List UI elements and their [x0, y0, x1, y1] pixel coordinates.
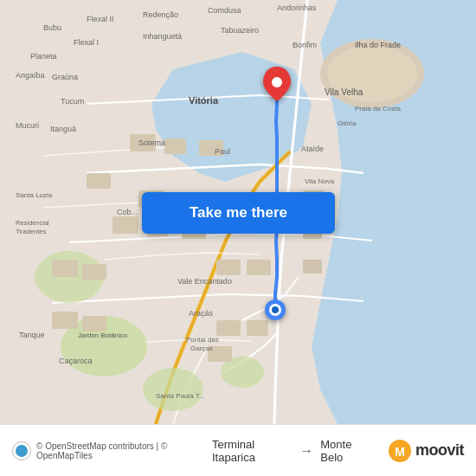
- footer-bar: © OpenStreetMap contributors | © OpenMap…: [0, 424, 476, 476]
- svg-text:Andorinhas: Andorinhas: [277, 3, 317, 12]
- svg-rect-19: [216, 320, 241, 336]
- route-info: Terminal Itaparica → Monte Belo: [196, 438, 388, 464]
- svg-text:Ilha do Frade: Ilha do Frade: [355, 41, 401, 49]
- origin-marker: [265, 299, 286, 320]
- svg-text:Santa Luzia: Santa Luzia: [16, 191, 53, 199]
- svg-text:Comdusa: Comdusa: [208, 6, 241, 15]
- svg-text:Itanguá: Itanguá: [50, 125, 76, 133]
- svg-text:Santa Paula T...: Santa Paula T...: [156, 392, 204, 400]
- svg-point-6: [143, 368, 203, 411]
- svg-text:Ataíde: Ataíde: [301, 145, 324, 153]
- svg-text:Tucum: Tucum: [61, 97, 84, 106]
- svg-text:Tabuazeiro: Tabuazeiro: [221, 26, 259, 35]
- svg-text:Residencial: Residencial: [16, 219, 49, 227]
- svg-text:Tanque: Tanque: [19, 331, 45, 339]
- svg-rect-28: [303, 260, 322, 273]
- svg-rect-13: [87, 173, 111, 189]
- svg-rect-20: [247, 320, 268, 336]
- svg-text:Angaíba: Angaíba: [16, 71, 45, 80]
- svg-rect-25: [82, 316, 106, 331]
- svg-rect-9: [164, 138, 186, 154]
- to-label: Monte Belo: [320, 438, 372, 464]
- map-container: Bubu Flexal II Redenção Comdusa Andorinh…: [0, 0, 476, 424]
- svg-text:Tiradentes: Tiradentes: [16, 228, 46, 235]
- from-label: Terminal Itaparica: [212, 438, 293, 464]
- svg-rect-17: [216, 260, 241, 275]
- moovit-logo: M moovit: [388, 439, 464, 463]
- moovit-icon: M: [388, 439, 412, 463]
- svg-text:Bubu: Bubu: [43, 23, 61, 32]
- svg-rect-23: [82, 264, 106, 280]
- svg-text:M: M: [395, 445, 405, 459]
- svg-text:Inhanguetá: Inhanguetá: [143, 32, 182, 41]
- svg-text:Vila Nova: Vila Nova: [305, 177, 335, 185]
- svg-rect-14: [113, 216, 138, 234]
- svg-point-70: [272, 306, 279, 313]
- svg-text:Graúna: Graúna: [52, 73, 78, 81]
- svg-text:Jardim Botânico: Jardim Botânico: [78, 331, 128, 339]
- svg-text:Flexal I: Flexal I: [74, 38, 99, 47]
- svg-text:Flexal II: Flexal II: [87, 15, 114, 23]
- svg-text:Vila Velha: Vila Velha: [325, 87, 363, 97]
- svg-text:Paul: Paul: [215, 147, 230, 156]
- svg-text:Cob...: Cob...: [117, 208, 138, 216]
- svg-rect-22: [52, 260, 78, 277]
- svg-text:Vale Encantado: Vale Encantado: [177, 277, 232, 286]
- moovit-label: moovit: [415, 441, 464, 460]
- svg-text:Glória: Glória: [338, 119, 357, 127]
- svg-text:Praia da Costa: Praia da Costa: [355, 105, 401, 113]
- svg-rect-18: [247, 260, 271, 275]
- take-me-there-button[interactable]: Take me there: [142, 192, 335, 234]
- attribution-text: © OpenStreetMap contributors | © OpenMap…: [36, 441, 196, 460]
- svg-text:Araçás: Araçás: [189, 309, 214, 318]
- svg-text:Caçaroca: Caçaroca: [59, 357, 93, 365]
- arrow-icon: →: [299, 443, 313, 459]
- svg-text:Sotema: Sotema: [138, 138, 165, 147]
- svg-text:Bonfim: Bonfim: [293, 41, 317, 49]
- svg-text:Redenção: Redenção: [143, 10, 178, 19]
- svg-text:Mucuri: Mucuri: [16, 121, 39, 130]
- svg-text:Pontal das: Pontal das: [186, 336, 219, 344]
- svg-text:Planeta: Planeta: [30, 52, 57, 61]
- svg-text:Garças: Garças: [190, 344, 213, 352]
- svg-rect-24: [52, 312, 78, 329]
- svg-point-67: [272, 77, 282, 87]
- osm-logo: [12, 441, 31, 460]
- svg-text:Vitória: Vitória: [189, 95, 219, 106]
